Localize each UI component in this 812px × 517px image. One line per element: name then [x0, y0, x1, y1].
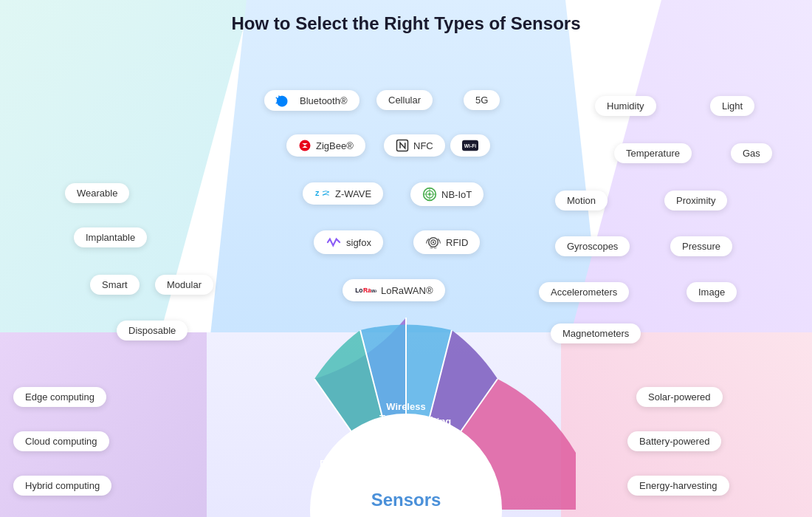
sensing-segment-label: Sensing — [414, 416, 452, 427]
pill-rfid: RFID RFID — [413, 230, 480, 254]
energy-label: Energy-harvesting — [639, 480, 718, 491]
cellular-label: Cellular — [388, 95, 421, 106]
implantable-label: Implantable — [86, 232, 135, 243]
zwave-icon: Z — [314, 187, 331, 200]
pill-edge: Edge computing — [13, 387, 106, 407]
pill-nbiot: NB-IoT — [410, 182, 484, 206]
modular-label: Modular — [167, 279, 202, 290]
light-label: Light — [722, 100, 743, 112]
proximity-label: Proximity — [676, 195, 715, 206]
image-label: Image — [698, 287, 725, 298]
pill-zigbee: ZigBee® — [286, 134, 365, 157]
hybrid-label: Hybrid computing — [25, 480, 100, 491]
processing-segment-label2: Technology — [319, 470, 373, 481]
rfid-label: RFID — [446, 237, 468, 248]
pill-hybrid: Hybrid computing — [13, 476, 111, 496]
page-title: How to Select the Right Types of Sensors — [0, 13, 812, 34]
pill-gyroscopes: Gyroscopes — [555, 236, 630, 256]
pill-bluetooth: ⬤ Bluetooth® — [264, 90, 359, 111]
sigfox-icon — [326, 235, 342, 250]
gas-label: Gas — [743, 148, 760, 159]
power-segment-label2: Source — [455, 468, 487, 479]
pill-sigfox: sigfox — [314, 230, 383, 254]
sigfox-label: sigfox — [346, 237, 371, 248]
donut-chart: Processing Technology Form Wireless Tech… — [236, 281, 576, 517]
nfc-icon — [396, 139, 409, 152]
temperature-label: Temperature — [626, 148, 680, 159]
pill-light: Light — [710, 96, 754, 116]
bluetooth-svg — [273, 95, 285, 106]
pill-battery: Battery-powered — [627, 431, 721, 451]
cloud-label: Cloud computing — [25, 436, 97, 447]
battery-label: Battery-powered — [639, 436, 709, 447]
pill-zwave: Z Z-WAVE — [303, 182, 383, 205]
nbiot-icon — [422, 187, 437, 202]
zwave-label: Z-WAVE — [335, 188, 371, 199]
zigbee-label: ZigBee® — [316, 140, 354, 151]
disposable-label: Disposable — [128, 325, 176, 336]
sensing-segment-label2: Technology — [406, 428, 460, 439]
gyroscopes-label: Gyroscopes — [567, 241, 618, 252]
svg-text:Wi-Fi: Wi-Fi — [464, 143, 476, 148]
nfc-label: NFC — [413, 140, 433, 151]
pill-smart: Smart — [90, 275, 140, 295]
smart-label: Smart — [102, 279, 128, 290]
svg-text:RFID: RFID — [430, 246, 436, 250]
pill-cloud: Cloud computing — [13, 431, 109, 451]
pill-cellular: Cellular — [376, 90, 433, 110]
nbiot-label: NB-IoT — [441, 189, 472, 200]
pill-wifi: Wi-Fi — [450, 134, 490, 157]
zigbee-icon — [298, 139, 312, 152]
svg-text:Z: Z — [315, 190, 320, 197]
pill-wearable: Wearable — [65, 183, 129, 203]
pressure-label: Pressure — [682, 241, 720, 252]
pill-pressure: Pressure — [670, 236, 732, 256]
power-segment-label: Power — [456, 456, 485, 468]
svg-point-12 — [433, 242, 434, 243]
solar-label: Solar-powered — [648, 391, 711, 403]
humidity-label: Humidity — [607, 100, 644, 112]
pill-implantable: Implantable — [74, 227, 147, 247]
5g-label: 5G — [475, 95, 488, 106]
pill-motion: Motion — [555, 191, 608, 210]
processing-segment-label: Processing — [320, 458, 371, 469]
pill-image: Image — [687, 282, 737, 302]
wearable-label: Wearable — [77, 188, 117, 199]
pill-5g: 5G — [464, 90, 500, 110]
pill-nfc: NFC — [384, 134, 445, 157]
pill-humidity: Humidity — [595, 96, 656, 116]
edge-label: Edge computing — [25, 391, 94, 403]
pill-modular: Modular — [155, 275, 213, 295]
pill-temperature: Temperature — [614, 143, 692, 163]
wifi-icon: Wi-Fi — [462, 139, 478, 152]
rfid-icon: RFID — [425, 235, 441, 250]
pill-gas: Gas — [731, 143, 772, 163]
pill-proximity: Proximity — [664, 191, 727, 210]
sensors-center-label: Sensors — [371, 490, 441, 510]
pill-disposable: Disposable — [117, 321, 187, 340]
pill-energy: Energy-harvesting — [627, 476, 729, 496]
motion-label: Motion — [567, 195, 596, 206]
bluetooth-label: Bluetooth® — [292, 95, 348, 106]
pill-solar: Solar-powered — [636, 387, 723, 407]
wireless-segment-label: Wireless — [386, 401, 425, 412]
